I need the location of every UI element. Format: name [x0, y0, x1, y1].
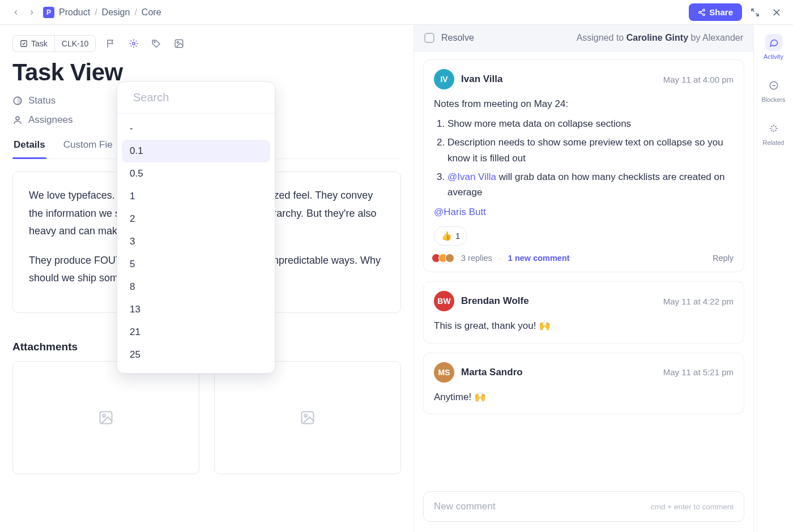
status-icon: [12, 96, 23, 106]
attachment-placeholder[interactable]: [214, 361, 401, 474]
breadcrumb[interactable]: P Product / Design / Core: [43, 7, 161, 18]
avatar[interactable]: IV: [434, 69, 454, 89]
new-comment-link[interactable]: 1 new comment: [508, 254, 570, 263]
rail-related[interactable]: Related: [754, 117, 793, 149]
tab-custom-fields[interactable]: Custom Fie: [62, 134, 114, 158]
sprint-icon[interactable]: [126, 36, 141, 51]
svg-point-0: [703, 9, 705, 11]
resolve-checkbox[interactable]: [424, 33, 434, 43]
dropdown-option[interactable]: 13: [122, 298, 270, 321]
rail-label: Related: [763, 139, 785, 146]
reaction-chip[interactable]: 👍 1: [434, 226, 467, 246]
image-icon: [98, 410, 114, 426]
svg-line-3: [701, 10, 703, 11]
breadcrumb-item[interactable]: Design: [102, 7, 130, 18]
svg-point-11: [154, 41, 155, 42]
dropdown-option[interactable]: 2: [122, 208, 270, 230]
comment-time: May 11 at 4:22 pm: [663, 297, 734, 306]
nav-forward-button[interactable]: [24, 5, 40, 20]
points-dropdown[interactable]: -0.10.512358132125: [117, 81, 275, 374]
dropdown-option[interactable]: 3: [122, 230, 270, 253]
dropdown-option[interactable]: 5: [122, 253, 270, 276]
comment-body: This is great, thank you! 🙌: [434, 318, 734, 333]
svg-rect-12: [176, 40, 184, 48]
minus-circle-icon: [769, 80, 779, 91]
rail-label: Activity: [764, 53, 783, 60]
activity-pane: Resolve Assigned to Caroline Ginty by Al…: [413, 25, 753, 532]
svg-point-19: [304, 414, 307, 417]
topbar: P Product / Design / Core Share: [0, 0, 793, 25]
dropdown-option[interactable]: 25: [122, 344, 270, 366]
comment-author: Ivan Villa: [461, 74, 502, 85]
comment-list-item: @Ivan Villa will grab data on how many c…: [447, 169, 734, 200]
task-type-label: Task: [31, 39, 48, 48]
dropdown-search-input[interactable]: [133, 91, 276, 104]
comment: IV Ivan Villa May 11 at 4:00 pm Notes fr…: [423, 59, 744, 272]
dropdown-option[interactable]: 21: [122, 321, 270, 344]
replies-count[interactable]: 3 replies: [461, 254, 492, 263]
comment-author: Brendan Wolfe: [461, 295, 529, 307]
comment-list-item: Description needs to show some preview t…: [447, 135, 734, 165]
tag-icon[interactable]: [149, 36, 164, 51]
reaction-emoji: 👍: [441, 229, 452, 243]
chat-icon: [769, 37, 779, 48]
svg-point-1: [699, 11, 701, 14]
task-id: CLK-10: [62, 39, 88, 48]
flag-icon[interactable]: [104, 36, 118, 51]
task-type-id[interactable]: Task CLK-10: [12, 35, 96, 52]
image-icon: [300, 410, 316, 426]
workspace-logo: P: [43, 7, 54, 18]
svg-point-2: [703, 14, 705, 16]
dropdown-option[interactable]: 0.5: [122, 162, 270, 185]
reaction-count: 1: [455, 229, 460, 243]
composer-placeholder: New comment: [434, 501, 496, 512]
attachment-placeholder[interactable]: [12, 361, 199, 474]
share-icon: [698, 8, 706, 16]
assigned-text: Assigned to Caroline Ginty by Alexander: [577, 33, 743, 43]
svg-point-10: [133, 42, 135, 45]
breadcrumb-item[interactable]: Core: [142, 7, 161, 18]
comment-lead: Notes from meeting on May 24:: [434, 96, 734, 111]
assignees-icon: [12, 115, 23, 125]
spark-icon: [769, 123, 779, 134]
comment-composer[interactable]: New comment cmd + enter to comment: [423, 491, 744, 522]
comment-time: May 11 at 4:00 pm: [663, 75, 734, 84]
mention[interactable]: @Haris Butt: [434, 207, 486, 217]
resolve-bar: Resolve Assigned to Caroline Ginty by Al…: [414, 25, 753, 52]
mention[interactable]: @Ivan Villa: [447, 171, 496, 182]
comment: MS Marta Sandro May 11 at 5:21 pm Anytim…: [423, 353, 744, 414]
side-rail: Activity Blockers Related: [753, 25, 793, 532]
reply-avatars: [434, 254, 454, 263]
breadcrumb-item[interactable]: Product: [59, 7, 90, 18]
dropdown-option[interactable]: 0.1: [122, 140, 270, 162]
rail-activity[interactable]: Activity: [754, 31, 793, 63]
task-type-icon: [20, 40, 28, 48]
avatar[interactable]: BW: [434, 291, 454, 311]
composer-hint: cmd + enter to comment: [651, 503, 734, 511]
svg-point-15: [16, 117, 19, 120]
svg-rect-18: [302, 412, 314, 424]
nav-back-button[interactable]: [8, 5, 24, 20]
reply-button[interactable]: Reply: [713, 254, 734, 263]
comment-body: Anytime! 🙌: [434, 389, 734, 405]
tab-details[interactable]: Details: [12, 134, 46, 158]
dropdown-option[interactable]: -: [122, 117, 270, 140]
dropdown-option[interactable]: 1: [122, 185, 270, 208]
share-button-label: Share: [709, 7, 733, 17]
close-button[interactable]: [768, 4, 785, 21]
collapse-button[interactable]: [747, 4, 764, 21]
avatar[interactable]: MS: [434, 362, 454, 383]
svg-point-17: [103, 414, 105, 417]
comment-author: Marta Sandro: [461, 367, 523, 378]
assignees-label: Assignees: [28, 114, 73, 126]
svg-rect-9: [21, 41, 27, 47]
dropdown-option[interactable]: 8: [122, 276, 270, 298]
image-icon[interactable]: [172, 36, 186, 51]
status-label: Status: [28, 95, 56, 106]
comment-time: May 11 at 5:21 pm: [663, 367, 734, 377]
rail-blockers[interactable]: Blockers: [754, 74, 793, 106]
share-button[interactable]: Share: [689, 3, 742, 21]
comment-list-item: Show more meta data on collapse sections: [447, 116, 734, 131]
resolve-label[interactable]: Resolve: [441, 33, 474, 43]
svg-line-4: [701, 12, 703, 14]
